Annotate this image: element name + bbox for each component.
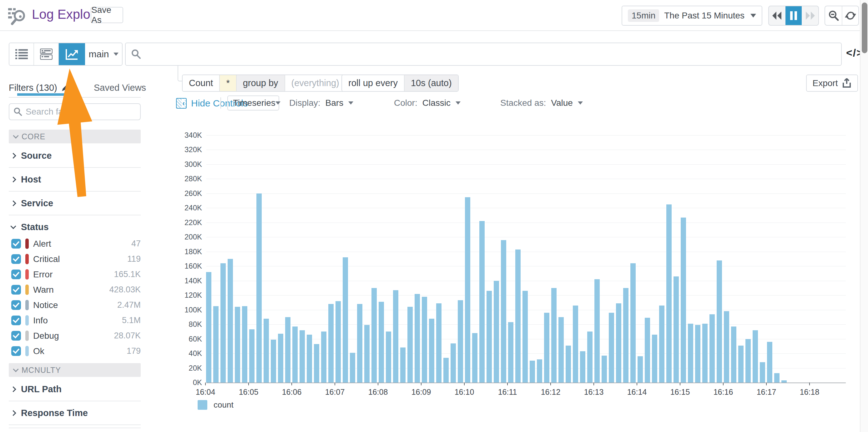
chart-bar[interactable] — [695, 325, 701, 382]
facet-row-response-time[interactable]: Response Time — [9, 404, 141, 422]
fast-forward-button[interactable] — [802, 6, 818, 25]
chart-bar[interactable] — [386, 332, 391, 382]
chart-bar[interactable] — [264, 319, 269, 382]
grouped-list-view-button[interactable] — [34, 43, 59, 65]
chart-bar[interactable] — [530, 361, 535, 382]
measure-field-select[interactable]: * — [220, 75, 237, 91]
facet-checkbox[interactable] — [11, 346, 21, 356]
display-control[interactable]: Display: Bars — [289, 98, 353, 108]
facet-value-label[interactable]: Warn — [33, 285, 105, 295]
facet-checkbox[interactable] — [11, 254, 21, 264]
viz-type-select[interactable]: Timeseries — [227, 95, 279, 111]
tab-saved-views[interactable]: Saved Views — [94, 83, 146, 93]
chart-bar[interactable] — [487, 291, 492, 382]
chart-bar[interactable] — [336, 301, 341, 382]
vertical-scrollbar[interactable] — [860, 0, 868, 432]
rollup-value-select[interactable]: 10s (auto) — [405, 75, 458, 91]
chart-bar[interactable] — [300, 330, 305, 382]
facet-search-input[interactable]: Search facets — [9, 103, 141, 120]
chart-bar[interactable] — [429, 319, 434, 382]
chart-bar[interactable] — [616, 303, 621, 382]
chart-bar[interactable] — [594, 279, 600, 382]
chart-bar[interactable] — [645, 318, 650, 382]
chart-bar[interactable] — [414, 294, 420, 382]
chart-bar[interactable] — [551, 288, 557, 382]
chart-bar[interactable] — [717, 260, 722, 382]
chart-bar[interactable] — [400, 347, 406, 382]
facet-checkbox[interactable] — [11, 269, 21, 279]
chart-bar[interactable] — [371, 288, 377, 382]
chart-bar[interactable] — [753, 330, 758, 382]
chart-bar[interactable] — [436, 303, 441, 382]
facet-value-label[interactable]: Debug — [33, 331, 110, 341]
measure-select[interactable]: Count — [183, 75, 220, 91]
chart-bar[interactable] — [379, 302, 384, 382]
pause-button[interactable] — [785, 6, 802, 25]
chart-bar[interactable] — [724, 311, 729, 382]
chart-bar[interactable] — [292, 326, 298, 382]
chart-bar[interactable] — [587, 332, 592, 382]
chart-bar[interactable] — [278, 334, 283, 382]
chart-bar[interactable] — [573, 306, 578, 382]
chart-bar[interactable] — [674, 277, 679, 382]
chart-bar[interactable] — [271, 340, 276, 382]
facet-checkbox[interactable] — [11, 331, 21, 341]
chart-bar[interactable] — [710, 314, 715, 382]
chart-bar[interactable] — [242, 306, 247, 382]
chart-bar[interactable] — [738, 346, 744, 382]
chart-bar[interactable] — [601, 356, 607, 382]
chart-bar[interactable] — [688, 324, 693, 382]
chart-bar[interactable] — [544, 313, 549, 382]
saved-view-select[interactable]: main — [85, 43, 122, 65]
facet-row-source[interactable]: Source — [9, 146, 141, 165]
chart-bar[interactable] — [364, 325, 370, 382]
rewind-button[interactable] — [769, 6, 785, 25]
refresh-button[interactable] — [842, 6, 858, 25]
facet-group-header[interactable]: MCNULTY — [9, 363, 141, 377]
time-range-select[interactable]: 15min The Past 15 Minutes — [622, 6, 762, 26]
chart-bar[interactable] — [328, 304, 334, 382]
save-as-button[interactable]: Save As — [91, 7, 123, 23]
log-search-input[interactable] — [125, 42, 842, 66]
chart-bar[interactable] — [745, 339, 751, 382]
chart-bar[interactable] — [494, 281, 499, 382]
facet-checkbox[interactable] — [11, 300, 21, 310]
chart-bar[interactable] — [681, 218, 686, 382]
chart-bar[interactable] — [350, 353, 355, 382]
timeseries-chart[interactable]: count 0K20K40K60K80K100K120K140K160K180K… — [181, 132, 857, 420]
facet-row-host[interactable]: Host — [9, 170, 141, 189]
facet-value-label[interactable]: Error — [33, 269, 110, 280]
chart-bar[interactable] — [249, 329, 254, 382]
chart-bar[interactable] — [343, 257, 348, 382]
scrollbar-thumb[interactable] — [862, 2, 867, 53]
chart-bar[interactable] — [501, 240, 506, 382]
chart-bar[interactable] — [285, 317, 290, 382]
chart-bar[interactable] — [465, 197, 470, 382]
facet-value-label[interactable]: Notice — [33, 300, 113, 310]
chart-bar[interactable] — [630, 263, 636, 382]
chart-bar[interactable] — [256, 194, 262, 382]
chart-bar[interactable] — [767, 342, 772, 382]
timeseries-view-button[interactable] — [59, 43, 85, 65]
facet-row-status[interactable]: Status — [9, 218, 141, 236]
chart-bar[interactable] — [508, 322, 514, 382]
facet-value-label[interactable]: Critical — [33, 254, 123, 264]
chart-bar[interactable] — [515, 250, 521, 382]
chart-bar[interactable] — [774, 373, 779, 382]
chart-bar[interactable] — [781, 380, 787, 382]
chart-bar[interactable] — [558, 317, 564, 382]
facet-row-url-path[interactable]: URL Path — [9, 380, 141, 398]
chart-bar[interactable] — [206, 272, 211, 382]
facet-value-label[interactable]: Info — [33, 316, 118, 325]
chart-bar[interactable] — [623, 288, 628, 382]
chart-bar[interactable] — [307, 335, 312, 382]
chart-bar[interactable] — [213, 306, 219, 382]
facet-checkbox[interactable] — [11, 239, 21, 249]
chart-bar[interactable] — [458, 300, 463, 382]
facet-value-label[interactable]: Ok — [33, 346, 122, 356]
chart-bar[interactable] — [235, 307, 240, 382]
facet-checkbox[interactable] — [11, 316, 21, 325]
facet-group-header[interactable]: CORE — [9, 129, 141, 143]
chart-bar[interactable] — [443, 358, 449, 382]
chart-bar[interactable] — [609, 313, 614, 382]
